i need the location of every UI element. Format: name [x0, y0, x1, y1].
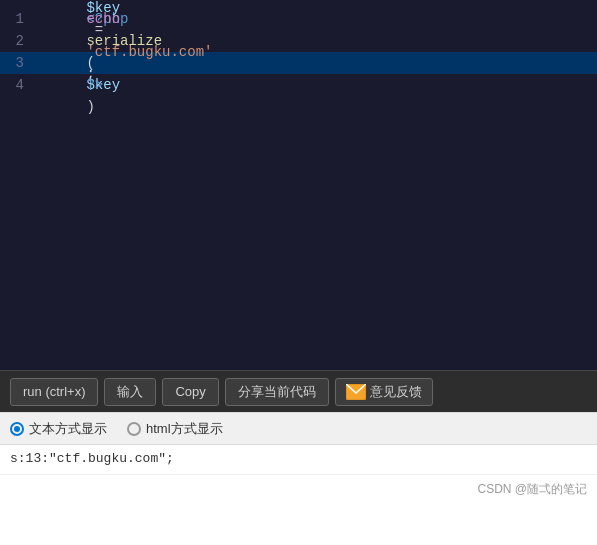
bottom-container: run (ctrl+x) 输入 Copy 分享当前代码 意见反馈 文本方式显示 …: [0, 370, 597, 545]
text-mode-radio[interactable]: [10, 422, 24, 436]
feedback-label: 意见反馈: [370, 383, 422, 401]
copy-button[interactable]: Copy: [162, 378, 218, 406]
line-content-4: ?>: [36, 52, 103, 118]
output-text: s:13:"ctf.bugku.com";: [10, 451, 174, 466]
share-button[interactable]: 分享当前代码: [225, 378, 329, 406]
text-mode-option[interactable]: 文本方式显示: [10, 420, 107, 438]
footer: CSDN @随弌的笔记: [0, 474, 597, 504]
html-mode-option[interactable]: html方式显示: [127, 420, 223, 438]
line-number-1: 1: [0, 8, 36, 30]
html-mode-label: html方式显示: [146, 420, 223, 438]
footer-credit: CSDN @随弌的笔记: [477, 481, 587, 498]
email-icon: [346, 384, 366, 400]
input-button[interactable]: 输入: [104, 378, 156, 406]
line-number-4: 4: [0, 74, 36, 96]
code-editor[interactable]: 1 <?php 2 $key = 'ctf.bugku.com' ; 3 ech…: [0, 0, 597, 370]
toolbar: run (ctrl+x) 输入 Copy 分享当前代码 意见反馈: [0, 370, 597, 412]
line-number-3: 3: [0, 52, 36, 74]
code-line-4: 4 ?>: [0, 74, 597, 96]
html-mode-radio[interactable]: [127, 422, 141, 436]
options-row: 文本方式显示 html方式显示: [0, 412, 597, 444]
line-number-2: 2: [0, 30, 36, 52]
text-mode-label: 文本方式显示: [29, 420, 107, 438]
feedback-button[interactable]: 意见反馈: [335, 378, 433, 406]
run-button[interactable]: run (ctrl+x): [10, 378, 98, 406]
output-area: s:13:"ctf.bugku.com";: [0, 444, 597, 474]
